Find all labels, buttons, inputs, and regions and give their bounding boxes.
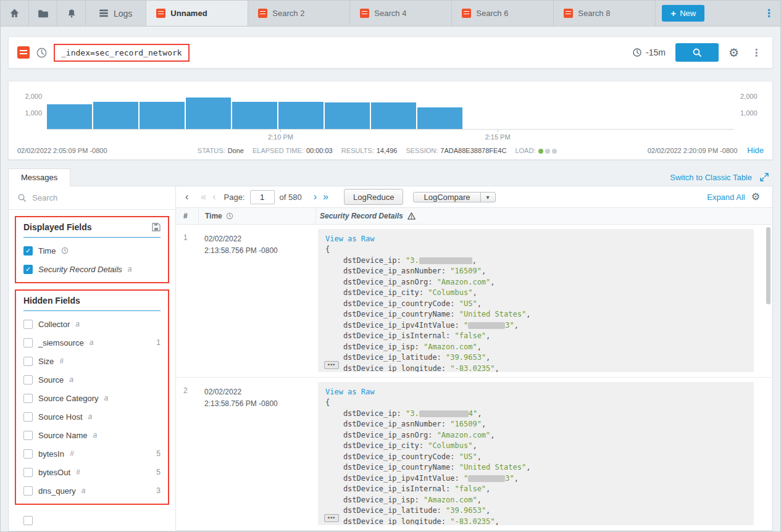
run-search-button[interactable]: [675, 43, 719, 62]
field-item-security-record-details[interactable]: ✓Security Record Detailsa: [23, 260, 161, 278]
message-row-1: 102/02/20222:13:58.756 PM -0800View as R…: [176, 225, 772, 378]
field-label: Source Host: [38, 412, 83, 422]
collapse-sidebar-button[interactable]: ‹: [182, 191, 191, 203]
view-as-raw-link[interactable]: View as Raw: [325, 234, 746, 244]
checkbox[interactable]: ✓: [23, 265, 33, 274]
time-range-picker[interactable]: -15m: [632, 48, 666, 57]
page-label: Page:: [224, 193, 245, 202]
table-scrollbar[interactable]: [766, 227, 771, 528]
histogram-bar-6[interactable]: [278, 102, 324, 129]
field-item-source-name[interactable]: Source Namea: [23, 426, 161, 444]
new-tab-button[interactable]: +New: [662, 5, 704, 22]
table-settings-gear-icon[interactable]: ⚙: [751, 192, 760, 202]
checkbox[interactable]: [23, 431, 33, 440]
field-label: Security Record Details: [38, 265, 122, 274]
clock-icon: [226, 212, 233, 220]
tab-search-4[interactable]: Search 4: [350, 1, 452, 26]
search-query-input[interactable]: _index=sec_record_network: [54, 44, 190, 62]
field-item-bytesout[interactable]: bytesOut#5: [23, 463, 161, 481]
checkbox[interactable]: [23, 338, 33, 347]
load-dot: [545, 149, 550, 154]
field-item-source-host[interactable]: Source Hosta: [23, 407, 161, 426]
column-header-number[interactable]: #: [176, 212, 198, 220]
switch-to-classic-table-link[interactable]: Switch to Classic Table: [670, 173, 752, 182]
tab-search-2[interactable]: Search 2: [248, 1, 350, 26]
checkbox[interactable]: [23, 468, 33, 477]
topbar-overflow-menu[interactable]: ⋮: [760, 4, 778, 22]
save-fields-icon[interactable]: [152, 223, 161, 231]
checkbox[interactable]: [23, 412, 33, 422]
histogram-chart: 2,000 1,000 2,000 1,000 2:10 PM 2:15 PM: [47, 90, 734, 130]
page-number-input[interactable]: [250, 190, 275, 204]
histogram-bar-8[interactable]: [371, 102, 416, 129]
expand-message-button[interactable]: •••: [324, 361, 339, 369]
results-panel: Displayed Fields ✓Time✓Security Record D…: [8, 186, 773, 531]
results-count-item: RESULTS:14,496: [341, 147, 398, 154]
expand-all-link[interactable]: Expand All: [707, 193, 745, 202]
row-details: View as Raw{ dstDevice_ip: "3., dstDevic…: [315, 229, 772, 373]
x-tick: [280, 130, 281, 132]
field-label: Size: [38, 357, 54, 366]
field-item-source-category[interactable]: Source Categorya: [23, 389, 161, 407]
histogram-bar-5[interactable]: [232, 102, 277, 129]
histogram-bar-1[interactable]: [47, 104, 92, 129]
scrollbar-thumb[interactable]: [766, 227, 771, 304]
fields-search-input[interactable]: [32, 193, 167, 202]
document-icon: [156, 9, 165, 18]
logreduce-button[interactable]: LogReduce: [344, 189, 404, 205]
view-as-raw-link[interactable]: View as Raw: [325, 387, 746, 397]
field-item-time[interactable]: ✓Time: [23, 241, 161, 260]
checkbox[interactable]: [23, 357, 33, 366]
checkbox[interactable]: [23, 516, 33, 525]
tab-search-8[interactable]: Search 8: [554, 1, 656, 26]
tab-logs[interactable]: Logs: [86, 1, 146, 26]
checkbox[interactable]: [23, 449, 33, 459]
home-button[interactable]: [1, 1, 29, 26]
checkbox[interactable]: [23, 375, 33, 384]
range-end-timestamp: 02/02/2022 2:20:09 PM -0800: [648, 147, 738, 154]
field-item-size[interactable]: Size#: [23, 352, 161, 370]
y-axis-label-right-2000: 2,000: [740, 93, 770, 100]
notifications-button[interactable]: [57, 1, 86, 26]
query-overflow-menu[interactable]: ⋮: [749, 47, 764, 59]
redacted-value: [468, 322, 505, 329]
displayed-fields-header: Displayed Fields: [23, 222, 161, 238]
logcompare-dropdown-button[interactable]: ▾: [480, 193, 495, 202]
field-item-dns_query[interactable]: dns_querya3: [23, 481, 161, 500]
column-header-time[interactable]: Time: [198, 208, 315, 224]
field-item-source[interactable]: Sourcea: [23, 370, 161, 389]
histogram-bar-7[interactable]: [325, 102, 370, 129]
last-page-button[interactable]: »: [320, 191, 332, 203]
tab-unnamed[interactable]: Unnamed: [146, 1, 248, 26]
checkbox[interactable]: ✓: [23, 246, 33, 256]
histogram-bar-9[interactable]: [417, 107, 462, 129]
field-item-_siemsource[interactable]: _siemsourcea1: [23, 333, 161, 352]
history-icon[interactable]: [36, 47, 48, 59]
logcompare-button[interactable]: LogCompare: [414, 193, 480, 202]
query-settings-gear-icon[interactable]: ⚙: [729, 47, 739, 59]
first-page-button[interactable]: «: [198, 191, 209, 203]
hide-histogram-link[interactable]: Hide: [747, 146, 764, 155]
field-type-indicator: a: [93, 431, 97, 439]
histogram-bar-4[interactable]: [186, 98, 231, 129]
field-item-collector[interactable]: Collectora: [23, 315, 161, 333]
status-item: STATUS:Done: [198, 147, 244, 154]
checkbox[interactable]: [23, 486, 33, 496]
tab-messages[interactable]: Messages: [8, 168, 70, 186]
fullscreen-icon[interactable]: [759, 172, 769, 182]
library-button[interactable]: [29, 1, 57, 26]
results-histogram: 2,000 1,000 2,000 1,000 2:10 PM 2:15 PM …: [8, 81, 773, 160]
tab-search-6[interactable]: Search 6: [452, 1, 554, 26]
load-indicator: [538, 149, 557, 154]
checkbox[interactable]: [23, 394, 33, 403]
histogram-bar-2[interactable]: [93, 102, 138, 129]
checkbox[interactable]: [23, 320, 33, 329]
next-page-button[interactable]: ›: [311, 191, 320, 203]
histogram-bar-3[interactable]: [140, 102, 185, 129]
expand-message-button[interactable]: •••: [324, 514, 339, 522]
column-header-details[interactable]: Security Record Details: [315, 208, 772, 224]
field-item-bytesin[interactable]: bytesIn#5: [23, 444, 161, 463]
field-item-clipped[interactable]: [23, 511, 161, 530]
prev-page-button[interactable]: ‹: [209, 191, 219, 203]
session-item: SESSION:7ADA88E38878FE4C: [406, 147, 506, 154]
